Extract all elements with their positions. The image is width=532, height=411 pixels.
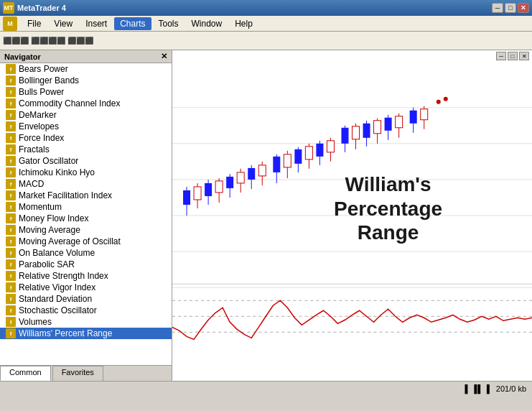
- nav-item-15[interactable]: fMoving Average of Oscillat: [0, 236, 172, 247]
- nav-item-icon-11: f: [6, 190, 16, 200]
- nav-item-20[interactable]: fStandard Deviation: [0, 293, 172, 305]
- nav-item-14[interactable]: fMoving Average: [0, 224, 172, 236]
- menu-item-file[interactable]: File: [22, 17, 47, 30]
- svg-rect-39: [353, 126, 360, 139]
- nav-item-icon-2: f: [6, 87, 16, 97]
- nav-item-icon-13: f: [6, 213, 16, 223]
- nav-item-label-8: Gator Oscillator: [19, 156, 78, 166]
- menu-item-help[interactable]: Help: [229, 17, 258, 30]
- svg-rect-13: [205, 183, 212, 196]
- nav-item-17[interactable]: fParabolic SAR: [0, 259, 172, 270]
- chart-maximize-btn[interactable]: □: [508, 52, 518, 60]
- svg-rect-27: [284, 154, 291, 167]
- nav-item-icon-19: f: [6, 282, 16, 292]
- navigator-list[interactable]: fBears PowerfBollinger BandsfBulls Power…: [0, 63, 172, 365]
- nav-item-icon-0: f: [6, 64, 16, 74]
- svg-rect-15: [215, 181, 223, 193]
- nav-item-11[interactable]: fMarket Facilitation Index: [0, 190, 172, 201]
- svg-rect-37: [341, 128, 348, 144]
- svg-rect-23: [258, 165, 266, 176]
- nav-item-21[interactable]: fStochastic Oscillator: [0, 305, 172, 316]
- svg-rect-43: [374, 121, 381, 134]
- nav-item-13[interactable]: fMoney Flow Index: [0, 213, 172, 224]
- nav-item-label-0: Bears Power: [19, 64, 68, 74]
- nav-item-4[interactable]: fDeMarker: [0, 109, 172, 121]
- nav-item-label-2: Bulls Power: [19, 87, 64, 97]
- nav-item-icon-6: f: [6, 133, 16, 143]
- menu-app-icon: M: [3, 17, 17, 31]
- nav-item-label-19: Relative Vigor Index: [19, 282, 95, 292]
- nav-item-label-21: Stochastic Oscillator: [19, 305, 97, 315]
- status-bar: ▌▐▌▐ 201/0 kb: [0, 381, 532, 395]
- nav-tab-1[interactable]: Favorites: [52, 366, 103, 381]
- nav-item-icon-15: f: [6, 236, 16, 246]
- nav-item-icon-12: f: [6, 202, 16, 212]
- nav-item-icon-16: f: [6, 248, 16, 258]
- menu-bar: M FileViewInsertChartsToolsWindowHelp: [0, 16, 532, 32]
- navigator-panel: Navigator ✕ fBears PowerfBollinger Bands…: [0, 50, 172, 381]
- nav-item-label-11: Market Facilitation Index: [19, 190, 112, 200]
- svg-rect-45: [385, 118, 392, 131]
- nav-item-12[interactable]: fMomentum: [0, 201, 172, 213]
- main-area: Navigator ✕ fBears PowerfBollinger Bands…: [0, 50, 532, 381]
- close-button[interactable]: ✕: [518, 3, 529, 13]
- svg-rect-9: [183, 190, 190, 205]
- nav-item-icon-8: f: [6, 156, 16, 166]
- svg-rect-51: [421, 109, 428, 120]
- nav-item-0[interactable]: fBears Power: [0, 63, 172, 75]
- chart-minimize-btn[interactable]: ─: [496, 52, 506, 60]
- svg-rect-47: [396, 116, 403, 128]
- nav-item-22[interactable]: fVolumes: [0, 316, 172, 328]
- nav-item-5[interactable]: fEnvelopes: [0, 121, 172, 132]
- navigator-close-button[interactable]: ✕: [161, 52, 167, 61]
- nav-item-label-3: Commodity Channel Index: [19, 98, 120, 108]
- status-chart-icon: ▌▐▌▐: [465, 384, 490, 393]
- nav-item-1[interactable]: fBollinger Bands: [0, 75, 172, 86]
- nav-item-icon-21: f: [6, 305, 16, 315]
- chart-close-btn[interactable]: ✕: [519, 52, 529, 60]
- nav-item-icon-14: f: [6, 225, 16, 235]
- menu-item-charts[interactable]: Charts: [114, 17, 151, 30]
- title-bar-left: MT MetaTrader 4: [3, 2, 66, 14]
- nav-item-label-6: Force Index: [19, 133, 64, 143]
- nav-item-icon-17: f: [6, 259, 16, 269]
- navigator-tabs: CommonFavorites: [0, 365, 172, 381]
- svg-rect-33: [316, 144, 323, 157]
- nav-item-icon-7: f: [6, 144, 16, 154]
- svg-point-53: [444, 97, 448, 101]
- nav-item-23[interactable]: fWilliams' Percent Range: [0, 328, 172, 339]
- nav-item-7[interactable]: fFractals: [0, 144, 172, 155]
- title-bar-controls[interactable]: ─ □ ✕: [492, 3, 529, 13]
- inner-window-controls[interactable]: ─ □ ✕: [496, 52, 529, 60]
- nav-tab-0[interactable]: Common: [0, 366, 51, 381]
- nav-item-19[interactable]: fRelative Vigor Index: [0, 282, 172, 293]
- menu-item-view[interactable]: View: [48, 17, 78, 30]
- nav-item-8[interactable]: fGator Oscillator: [0, 155, 172, 167]
- navigator-title: Navigator: [4, 52, 41, 61]
- nav-item-9[interactable]: fIchimoku Kinko Hyo: [0, 167, 172, 178]
- nav-item-label-17: Parabolic SAR: [19, 259, 75, 269]
- nav-item-16[interactable]: fOn Balance Volume: [0, 247, 172, 259]
- chart-area: ─ □ ✕: [172, 50, 532, 381]
- nav-item-icon-5: f: [6, 121, 16, 131]
- nav-item-3[interactable]: fCommodity Channel Index: [0, 98, 172, 109]
- nav-item-label-20: Standard Deviation: [19, 294, 92, 304]
- maximize-button[interactable]: □: [505, 3, 516, 13]
- nav-item-label-13: Money Flow Index: [19, 213, 88, 223]
- menu-item-window[interactable]: Window: [186, 17, 228, 30]
- nav-item-2[interactable]: fBulls Power: [0, 86, 172, 98]
- nav-item-6[interactable]: fForce Index: [0, 132, 172, 144]
- nav-item-10[interactable]: fMACD: [0, 178, 172, 190]
- app-icon: MT: [3, 2, 14, 14]
- nav-item-label-7: Fractals: [19, 144, 50, 154]
- menu-item-tools[interactable]: Tools: [153, 17, 185, 30]
- minimize-button[interactable]: ─: [492, 3, 503, 13]
- nav-item-label-10: MACD: [19, 179, 44, 189]
- nav-item-icon-22: f: [6, 317, 16, 327]
- nav-item-label-14: Moving Average: [19, 225, 80, 235]
- nav-item-18[interactable]: fRelative Strength Index: [0, 270, 172, 282]
- menu-item-insert[interactable]: Insert: [80, 17, 113, 30]
- nav-item-label-5: Envelopes: [19, 121, 59, 131]
- navigator-header: Navigator ✕: [0, 50, 172, 63]
- nav-item-icon-4: f: [6, 110, 16, 120]
